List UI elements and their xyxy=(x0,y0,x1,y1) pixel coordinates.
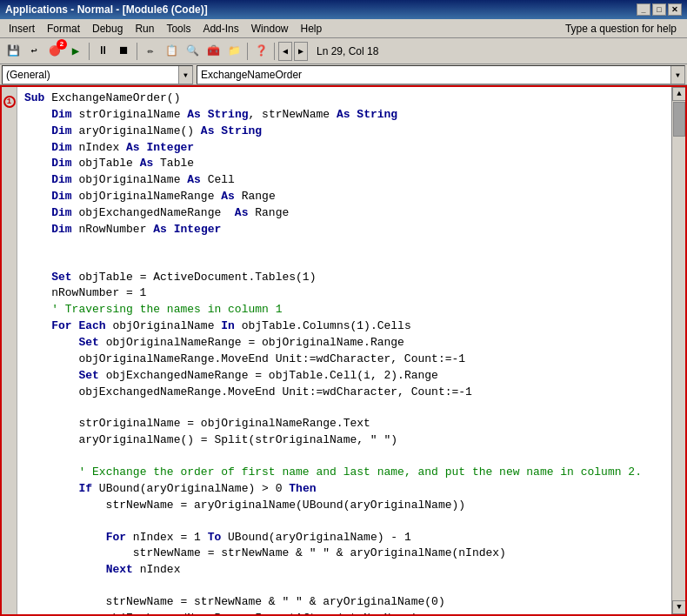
save-icon[interactable]: 💾 xyxy=(3,42,23,61)
code-line xyxy=(24,400,668,416)
toolbar-separator-4 xyxy=(274,43,275,60)
undo-icon[interactable]: ↩ xyxy=(24,42,43,61)
code-line: ' Exchange the order of first name and l… xyxy=(24,465,668,481)
code-line: objExchangedNameRange.InsertAfter (strNe… xyxy=(24,611,668,614)
general-dropdown-value: (General) xyxy=(3,69,178,81)
design-mode-icon[interactable]: ✏️ xyxy=(141,42,160,61)
menu-run[interactable]: Run xyxy=(130,22,159,36)
maximize-button[interactable]: □ xyxy=(652,3,666,16)
code-line: aryOriginalName() = Split(strOriginalNam… xyxy=(24,432,668,449)
breakpoint-indicator: 1 xyxy=(3,96,16,108)
code-line: strNewName = strNewName & " " & aryOrigi… xyxy=(24,546,668,562)
code-line: Dim nRowNumber As Integer xyxy=(24,222,668,238)
code-line: Set objTable = ActiveDocument.Tables(1) xyxy=(24,270,668,286)
scroll-thumb[interactable] xyxy=(673,102,685,137)
scroll-down-button[interactable]: ▼ xyxy=(672,600,686,614)
main-code-area: 1 Sub ExchangeNameOrder() Dim strOrigina… xyxy=(0,85,687,616)
code-line xyxy=(24,579,668,594)
code-line: strNewName = aryOriginalName(UBound(aryO… xyxy=(24,498,668,514)
menu-items: Insert Format Debug Run Tools Add-Ins Wi… xyxy=(3,22,327,36)
code-line: objExchangedNameRange.MoveEnd Unit:=wdCh… xyxy=(24,385,668,401)
toolbox-icon[interactable]: 🧰 xyxy=(203,42,223,61)
help-text[interactable]: Type a question for help xyxy=(565,23,677,35)
run-button[interactable]: ▶ xyxy=(66,42,85,61)
toolbar-separator-3 xyxy=(247,43,248,60)
code-line: objOriginalNameRange.MoveEnd Unit:=wdCha… xyxy=(24,352,668,368)
code-line: Dim objTable As Table xyxy=(24,156,668,172)
line-indicator: 1 xyxy=(2,87,17,614)
menu-help[interactable]: Help xyxy=(295,22,327,36)
code-line: If UBound(aryOriginalName) > 0 Then xyxy=(24,481,668,498)
toolbar: 💾 ↩ 🔴 2 ▶ ⏸ ⏹ ✏️ 📋 🔍 🧰 📁 ❓ ◀ ▶ Ln 29, Co… xyxy=(0,38,687,64)
code-line: For Each objOriginalName In objTable.Col… xyxy=(24,318,668,335)
badge-count: 2 xyxy=(57,39,67,50)
scroll-left-button[interactable]: ◀ xyxy=(278,42,292,61)
properties-icon[interactable]: 📋 xyxy=(162,42,181,61)
code-line: For nIndex = 1 To UBound(aryOriginalName… xyxy=(24,530,668,546)
code-line: Sub ExchangeNameOrder() xyxy=(24,90,668,107)
code-line xyxy=(24,514,668,530)
code-line: Next nIndex xyxy=(24,562,668,579)
stop-button[interactable]: ⏹ xyxy=(114,42,133,61)
procedure-dropdown[interactable]: ExchangeNameOrder ▼ xyxy=(197,65,685,84)
code-line: strNewName = strNewName & " " & aryOrigi… xyxy=(24,594,668,611)
scroll-track xyxy=(672,101,685,600)
minimize-button[interactable]: _ xyxy=(637,3,650,16)
toolbar-separator-1 xyxy=(89,43,90,60)
toolbar-separator-2 xyxy=(137,43,137,60)
menu-addins[interactable]: Add-Ins xyxy=(197,22,243,36)
code-editor[interactable]: Sub ExchangeNameOrder() Dim strOriginalN… xyxy=(17,87,671,614)
breakpoint-button[interactable]: 🔴 2 xyxy=(45,42,64,61)
code-line xyxy=(24,254,668,270)
title-bar-controls: _ □ ✕ xyxy=(637,3,682,16)
app-title: Applications - Normal - [Module6 (Code)] xyxy=(5,3,208,16)
general-dropdown-arrow[interactable]: ▼ xyxy=(178,66,192,84)
code-line: Dim objExchangedNameRange As Range xyxy=(24,205,668,222)
dropdowns-row: (General) ▼ ExchangeNameOrder ▼ xyxy=(0,64,687,85)
code-line: Set objExchangedNameRange = objTable.Cel… xyxy=(24,368,668,385)
menu-format[interactable]: Format xyxy=(42,22,85,36)
code-line: Dim strOriginalName As String, strNewNam… xyxy=(24,107,668,124)
procedure-dropdown-arrow[interactable]: ▼ xyxy=(670,66,684,84)
procedure-dropdown-value: ExchangeNameOrder xyxy=(197,69,670,81)
pause-button[interactable]: ⏸ xyxy=(93,42,112,61)
code-line xyxy=(24,449,668,465)
close-button[interactable]: ✕ xyxy=(668,3,682,16)
code-line: Set objOriginalNameRange = objOriginalNa… xyxy=(24,335,668,352)
project-explorer-icon[interactable]: 📁 xyxy=(224,42,243,61)
menu-insert[interactable]: Insert xyxy=(3,22,40,36)
code-line: strOriginalName = objOriginalNameRange.T… xyxy=(24,416,668,432)
object-browser-icon[interactable]: 🔍 xyxy=(183,42,202,61)
code-line: Dim nIndex As Integer xyxy=(24,140,668,157)
code-line xyxy=(24,238,668,254)
help-icon[interactable]: ❓ xyxy=(251,42,270,61)
general-dropdown[interactable]: (General) ▼ xyxy=(2,65,193,84)
code-line: ' Traversing the names in column 1 xyxy=(24,302,668,318)
scroll-up-button[interactable]: ▲ xyxy=(672,87,686,101)
cursor-status: Ln 29, Col 18 xyxy=(317,45,378,57)
code-line: nRowNumber = 1 xyxy=(24,285,668,302)
scroll-right-button[interactable]: ▶ xyxy=(294,42,308,61)
code-line: Dim objOriginalNameRange As Range xyxy=(24,189,668,205)
code-line: Dim objOriginalName As Cell xyxy=(24,172,668,189)
menu-debug[interactable]: Debug xyxy=(87,22,128,36)
title-bar: Applications - Normal - [Module6 (Code)]… xyxy=(0,0,687,19)
menu-window[interactable]: Window xyxy=(246,22,294,36)
code-line: Dim aryOriginalName() As String xyxy=(24,124,668,140)
menu-bar: Insert Format Debug Run Tools Add-Ins Wi… xyxy=(0,19,687,38)
menu-tools[interactable]: Tools xyxy=(161,22,196,36)
vertical-scrollbar[interactable]: ▲ ▼ xyxy=(671,87,685,614)
